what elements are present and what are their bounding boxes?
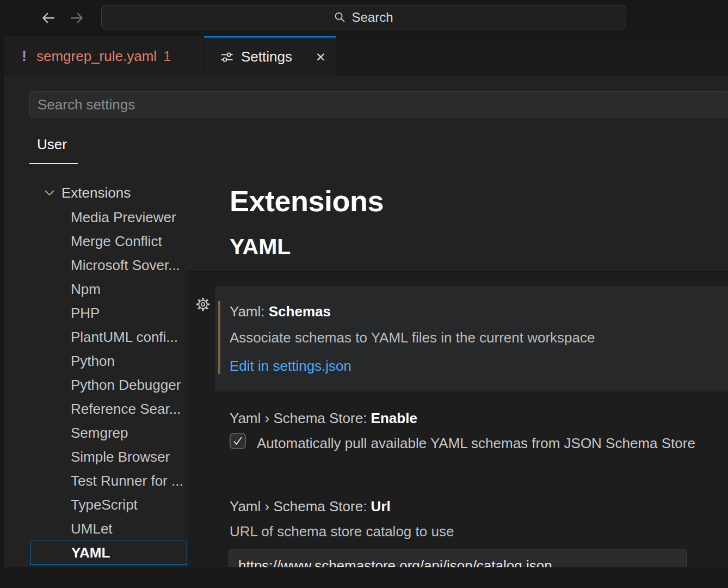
tab-settings[interactable]: Settings ✕ [204,36,336,76]
toc-item-npm[interactable]: Npm [30,277,187,301]
gear-icon[interactable] [195,296,211,313]
setting-title: Yaml › Schema Store: Url [230,498,391,515]
section-heading: YAML [230,234,291,260]
settings-search-input[interactable]: Search settings [29,91,728,118]
close-icon[interactable]: ✕ [316,51,326,63]
settings-list: Yaml: Schemas Associate schemas to YAML … [188,271,728,567]
setting-row-schema-store-enable: Yaml › Schema Store: Enable Automaticall… [215,403,728,485]
schema-store-url-input[interactable]: https://www.schemastore.org/api/json/cat… [229,549,687,567]
arrow-left-icon [40,10,57,26]
toc-item-python[interactable]: Python [30,349,187,373]
toc-item-test-runner-for[interactable]: Test Runner for ... [30,469,187,493]
sliders-icon [220,50,234,64]
check-icon [232,436,243,446]
settings-editor: Search settings User Extensions Media Pr… [4,76,728,567]
scope-tab-user[interactable]: User [37,136,67,153]
chevron-down-icon [45,190,54,196]
command-center-search[interactable]: Search [101,5,626,29]
checkbox-label: Automatically pull available YAML schema… [257,435,695,452]
scope-tab-user-underline [29,163,78,164]
toc-item-plantuml-confi[interactable]: PlantUML confi... [30,325,187,349]
toc-section-extensions[interactable]: Extensions [4,181,188,205]
toc-item-umlet[interactable]: UMLet [30,517,187,541]
category-heading: Extensions [230,184,384,218]
setting-row-yaml-schemas[interactable]: Yaml: Schemas Associate schemas to YAML … [215,286,728,391]
toc-item-media-previewer[interactable]: Media Previewer [30,205,187,229]
scope-bar-divider [4,164,728,164]
schema-store-enable-checkbox[interactable] [230,433,246,449]
setting-title: Yaml: Schemas [230,303,331,320]
tab-settings-label: Settings [241,48,292,65]
toc-item-typescript[interactable]: TypeScript [30,493,187,517]
problem-marker: ! [22,48,27,65]
toc-item-merge-conflict[interactable]: Merge Conflict [30,229,187,253]
toc-item-python-debugger[interactable]: Python Debugger [30,373,187,397]
toc-items: Media PreviewerMerge ConflictMicrosoft S… [4,205,188,565]
settings-toc: Extensions Media PreviewerMerge Conflict… [4,169,188,567]
search-placeholder: Search [351,10,393,25]
toc-item-reference-sear[interactable]: Reference Sear... [30,397,187,421]
toc-item-simple-browser[interactable]: Simple Browser [30,445,187,469]
toc-item-yaml[interactable]: YAML [30,541,187,565]
editor-tab-bar: ! semgrep_rule.yaml 1 Settings ✕ [4,36,728,76]
toc-item-microsoft-sover[interactable]: Microsoft Sover... [30,253,187,277]
title-bar: Search [0,0,728,36]
toc-section-label: Extensions [61,185,131,201]
setting-row-schema-store-url: Yaml › Schema Store: Url URL of schema s… [215,491,728,567]
forward-button[interactable] [69,10,85,26]
tab-file-badge: 1 [163,48,171,65]
toc-item-php[interactable]: PHP [30,301,187,325]
toc-item-semgrep[interactable]: Semgrep [30,421,187,445]
vscode-window: Search ! semgrep_rule.yaml 1 Settings ✕ … [0,0,728,588]
edit-in-settings-json-link[interactable]: Edit in settings.json [230,358,351,375]
magnifier-icon [334,11,346,23]
arrow-right-icon [69,10,85,26]
back-button[interactable] [40,10,57,26]
tab-file-label: semgrep_rule.yaml [36,48,157,65]
setting-description: Associate schemas to YAML files in the c… [230,329,595,346]
settings-search-placeholder: Search settings [38,96,135,113]
setting-title: Yaml › Schema Store: Enable [230,410,417,427]
setting-description: URL of schema store catalog to use [230,523,454,540]
tab-semgrep-rule-yaml[interactable]: ! semgrep_rule.yaml 1 [4,36,204,76]
modified-indicator [218,301,220,374]
